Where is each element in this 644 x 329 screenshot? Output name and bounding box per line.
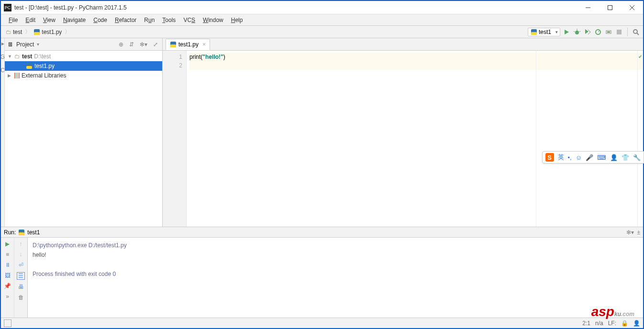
print-button[interactable]: 🖶 xyxy=(18,284,24,290)
menu-navigate[interactable]: Navigate xyxy=(59,16,89,24)
maximize-button[interactable] xyxy=(599,1,621,14)
run-config-name: test1 xyxy=(27,229,40,236)
close-button[interactable] xyxy=(621,1,643,14)
code-content[interactable]: print("hello!") ✔ xyxy=(187,51,643,227)
menu-vcs[interactable]: VCS xyxy=(179,16,199,24)
breadcrumb-root[interactable]: 🗀 test xyxy=(4,28,24,36)
menu-file[interactable]: File xyxy=(5,16,22,24)
tree-root-name: test xyxy=(22,53,32,60)
dump-button[interactable]: 🖼 xyxy=(5,272,11,279)
python-file-icon xyxy=(33,29,40,35)
console-stdout: hello! xyxy=(33,250,638,260)
ime-emoji-icon[interactable]: ☺ xyxy=(576,154,582,161)
maximize-icon xyxy=(608,5,612,10)
settings-button[interactable]: ✻▾ xyxy=(138,41,149,48)
tool-windows-button[interactable] xyxy=(4,319,11,327)
python-icon xyxy=(19,230,24,235)
menu-edit[interactable]: Edit xyxy=(22,16,39,24)
run-settings-button[interactable]: ✻▾ xyxy=(626,229,634,236)
folder-icon: 🗀 xyxy=(14,53,20,60)
breadcrumb-file[interactable]: test1.py xyxy=(32,28,64,36)
ime-user-icon[interactable]: 👤 xyxy=(610,154,618,161)
up-button[interactable]: ↑ xyxy=(20,241,22,247)
close-button[interactable]: » xyxy=(6,293,9,300)
ime-toolbar[interactable]: S 英 •, ☺ 🎤 ⌨ 👤 👕 🔧 xyxy=(542,151,644,164)
stop-button[interactable] xyxy=(615,28,623,36)
hide-button[interactable]: ⤢ xyxy=(152,41,159,48)
hector-icon[interactable]: 👤 xyxy=(633,320,640,327)
editor-tab[interactable]: test1.py × xyxy=(166,39,210,50)
search-everywhere-button[interactable] xyxy=(632,28,640,36)
run-configuration-selector[interactable]: test1 xyxy=(528,28,560,36)
run-button[interactable] xyxy=(562,28,571,36)
ime-tool-icon[interactable]: 🔧 xyxy=(633,154,641,161)
menu-help[interactable]: Help xyxy=(227,16,247,24)
project-tree[interactable]: ▼ 🗀 test D:\test test1.py ▶ External Lib… xyxy=(5,51,162,227)
encoding-indicator[interactable]: n/a xyxy=(595,320,603,327)
collapse-all-button[interactable]: ⇵ xyxy=(128,41,135,48)
tree-external-libraries[interactable]: ▶ External Libraries xyxy=(5,71,162,80)
expand-arrow-icon[interactable]: ▼ xyxy=(8,54,12,59)
attach-icon xyxy=(605,29,612,35)
close-icon xyxy=(630,5,634,10)
python-icon xyxy=(531,29,537,35)
project-view-dropdown[interactable]: ▾ xyxy=(37,42,39,47)
menu-code[interactable]: Code xyxy=(89,16,111,24)
clear-button[interactable]: 🗑 xyxy=(18,294,24,301)
attach-button[interactable] xyxy=(604,28,613,36)
scroll-end-button[interactable]: ☰ xyxy=(17,272,25,280)
svg-line-11 xyxy=(574,31,575,32)
ime-lang[interactable]: 英 xyxy=(558,153,564,162)
console-output[interactable]: D:\python\python.exe D:/test/test1.py he… xyxy=(28,238,643,318)
pause-button[interactable]: ⏸ xyxy=(5,262,11,268)
svg-rect-17 xyxy=(607,32,610,33)
debug-button[interactable] xyxy=(573,28,581,36)
ime-keyboard-icon[interactable]: ⌨ xyxy=(597,154,606,161)
right-margin-line xyxy=(536,51,536,227)
python-file-icon xyxy=(26,63,33,69)
profile-button[interactable] xyxy=(594,28,602,36)
down-button[interactable]: ↓ xyxy=(20,251,22,258)
locate-button[interactable]: ⊕ xyxy=(117,41,125,48)
breadcrumb-file-label: test1.py xyxy=(42,29,62,35)
external-libraries-label: External Libraries xyxy=(22,72,66,79)
run-with-coverage-button[interactable] xyxy=(583,28,592,36)
caret-position[interactable]: 2:1 xyxy=(582,320,590,327)
minimize-button[interactable] xyxy=(577,1,599,14)
bug-icon xyxy=(574,29,580,35)
editor-tab-label: test1.py xyxy=(178,41,199,48)
tree-root[interactable]: ▼ 🗀 test D:\test xyxy=(5,52,162,61)
expand-arrow-icon[interactable]: ▶ xyxy=(8,73,12,78)
stripe-marker: ▸ xyxy=(1,40,4,47)
line-ending-indicator[interactable]: LF: xyxy=(608,320,616,327)
ime-voice-icon[interactable]: 🎤 xyxy=(586,154,593,161)
menu-tools[interactable]: Tools xyxy=(158,16,179,24)
stop-button[interactable]: ■ xyxy=(6,251,9,258)
menu-view[interactable]: View xyxy=(39,16,59,24)
menu-refactor[interactable]: Refactor xyxy=(111,16,140,24)
ime-punct-icon[interactable]: •, xyxy=(568,154,572,161)
tab-close-button[interactable]: × xyxy=(202,41,206,48)
run-tool-window: Run: test1 ✻▾ ± ▶ ■ ⏸ 🖼 📌 » ↑ ↓ ⏎ ☰ 🖶 xyxy=(1,227,643,318)
statusbar: 2:1 n/a LF: 🔒 👤 xyxy=(1,318,643,328)
lock-icon[interactable]: 🔒 xyxy=(621,320,628,327)
sogou-logo-icon: S xyxy=(545,153,554,162)
menu-window[interactable]: Window xyxy=(199,16,227,24)
app-window: PC test - [D:\test] - test1.py - PyCharm… xyxy=(0,0,644,329)
ime-skin-icon[interactable]: 👕 xyxy=(622,154,629,161)
rerun-button[interactable]: ▶ xyxy=(5,241,10,247)
project-selector-icon: 🗏 xyxy=(8,41,13,48)
pin-button[interactable]: 📌 xyxy=(4,283,11,289)
search-icon xyxy=(633,29,639,35)
line-number: 2 xyxy=(163,61,182,70)
soft-wrap-button[interactable]: ⏎ xyxy=(19,262,23,268)
menu-run[interactable]: Run xyxy=(140,16,158,24)
code-editor[interactable]: 1 2 print("hello!") ✔ xyxy=(163,51,643,227)
left-tool-stripe: ▸ G C xyxy=(1,38,5,227)
tree-file[interactable]: test1.py xyxy=(5,61,162,71)
console-command: D:\python\python.exe D:/test/test1.py xyxy=(33,241,638,250)
svg-line-20 xyxy=(637,33,639,35)
run-hide-button[interactable]: ± xyxy=(637,229,640,236)
line-number: 1 xyxy=(163,53,182,61)
tree-root-path: D:\test xyxy=(34,53,51,60)
